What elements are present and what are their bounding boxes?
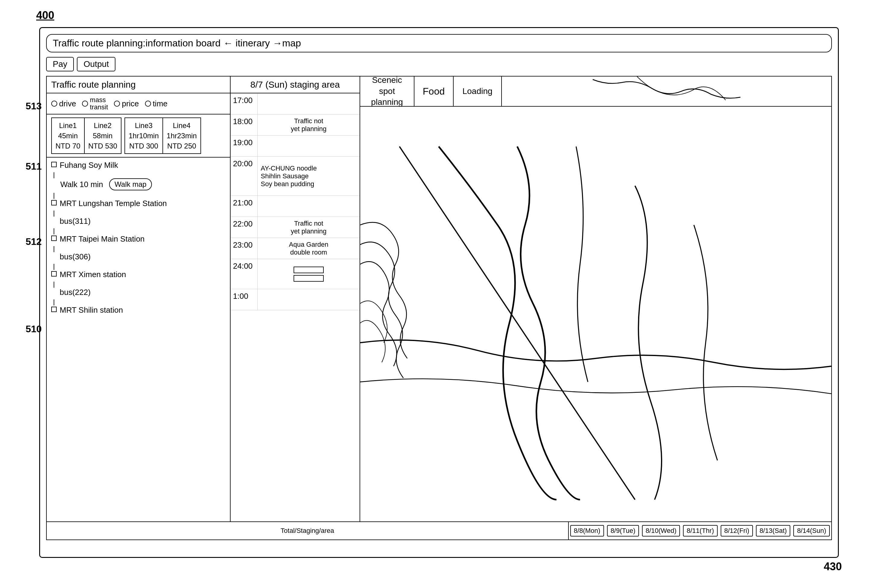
radio-price-label: price <box>122 99 139 108</box>
radio-mass-transit[interactable]: masstransit <box>82 96 108 111</box>
route-checkbox-5[interactable] <box>51 307 57 312</box>
line-group-1: Line1 45min NTD 70 Line2 58min NTD 530 <box>51 117 122 154</box>
output-button[interactable]: Output <box>77 57 116 71</box>
time-slot-2400: 24:00 <box>231 259 359 289</box>
route-checkbox-2[interactable] <box>51 200 57 206</box>
map-area <box>360 106 831 540</box>
line-options: Line1 45min NTD 70 Line2 58min NTD 530 L… <box>47 114 230 158</box>
figure-number-bottom: 430 <box>824 560 842 573</box>
radio-time[interactable]: time <box>145 99 168 108</box>
walk-text: Walk 10 min <box>60 180 103 189</box>
radio-mass-transit-circle <box>82 100 88 106</box>
figure-number-top: 400 <box>36 9 54 22</box>
sidebar-label-510: 510 <box>26 324 42 334</box>
bottom-nav-date-7[interactable]: 8/14(Sun) <box>793 525 830 537</box>
time-content-2100 <box>258 196 359 217</box>
time-content-1900 <box>258 135 359 156</box>
loading-button[interactable]: Loading <box>454 76 502 106</box>
route-item-3: MRT Taipei Main Station <box>51 234 226 244</box>
schedule-header: 8/7 (Sun) staging area <box>231 76 359 93</box>
right-top: Sceneicspotplanning Food Loading <box>360 76 831 106</box>
sidebar-label-512: 512 <box>26 236 42 247</box>
time-label-1700: 17:00 <box>231 93 258 114</box>
radio-drive-label: drive <box>59 99 76 108</box>
left-panel-header: Traffic route planning <box>47 76 230 93</box>
radio-mass-transit-label: masstransit <box>90 96 108 111</box>
radio-time-circle <box>145 100 151 106</box>
time-slot-2100: 21:00 <box>231 196 359 217</box>
line4-box[interactable]: Line4 1hr23min NTD 250 <box>163 118 200 153</box>
sidebar-label-513: 513 <box>26 100 42 112</box>
time-content-2300: Aqua Gardendouble room <box>258 238 359 259</box>
map-area-top <box>502 76 831 106</box>
bottom-nav: Total/Staging/area 8/8(Mon) 8/9(Tue) 8/1… <box>47 521 831 540</box>
walk-item: Walk 10 min Walk map <box>60 178 226 190</box>
left-panel: Traffic route planning drive masstransit… <box>47 76 231 540</box>
time-slot-2000: 20:00 AY-CHUNG noodle Shihlin Sausage So… <box>231 157 359 196</box>
radio-drive-circle <box>51 100 57 106</box>
route-item-text-5: MRT Shilin station <box>60 306 123 315</box>
time-slot-1700: 17:00 <box>231 93 359 114</box>
time-content-2200: Traffic notyet planning <box>258 217 359 238</box>
food-button[interactable]: Food <box>415 76 454 106</box>
time-label-2300: 23:00 <box>231 238 258 259</box>
right-panel: Sceneicspotplanning Food Loading <box>360 76 831 540</box>
bottom-nav-date-4[interactable]: 8/11(Thr) <box>683 525 717 537</box>
time-content-1700 <box>258 93 359 114</box>
bottom-nav-date-6[interactable]: 8/13(Sat) <box>756 525 791 537</box>
time-label-2200: 22:00 <box>231 217 258 238</box>
route-item-5: MRT Shilin station <box>51 306 226 315</box>
route-item-bus-222: bus(222) <box>60 288 226 297</box>
time-slot-2300: 23:00 Aqua Gardendouble room <box>231 238 359 259</box>
time-label-1800: 18:00 <box>231 114 258 135</box>
time-content-2400 <box>258 259 359 289</box>
radio-price-circle <box>114 100 120 106</box>
middle-panel: 8/7 (Sun) staging area 17:00 18:00 Traff… <box>231 76 360 540</box>
walk-map-button[interactable]: Walk map <box>109 178 152 190</box>
sidebar-label-511: 511 <box>26 161 42 172</box>
small-rect-2 <box>293 275 324 282</box>
line3-box[interactable]: Line3 1hr10min NTD 300 <box>125 118 163 153</box>
time-label-0100: 1:00 <box>231 289 258 310</box>
line1-box[interactable]: Line1 45min NTD 70 <box>52 118 85 153</box>
time-label-2000: 20:00 <box>231 157 258 195</box>
time-label-2400: 24:00 <box>231 259 258 289</box>
time-slot-0100: 1:00 <box>231 289 359 310</box>
content-area: 513 511 512 510 Traffic route planning d… <box>46 76 832 540</box>
time-slot-1800: 18:00 Traffic notyet planning <box>231 114 359 135</box>
route-item-text-4: MRT Ximen station <box>60 270 126 279</box>
time-slot-2200: 22:00 Traffic notyet planning <box>231 217 359 238</box>
time-content-1800: Traffic notyet planning <box>258 114 359 135</box>
route-checkbox-1[interactable] <box>51 162 57 167</box>
route-item-bus-306: bus(306) <box>60 252 226 261</box>
radio-time-label: time <box>153 99 168 108</box>
scenic-spot[interactable]: Sceneicspotplanning <box>360 76 415 106</box>
title-bar: Traffic route planning:information board… <box>46 34 832 52</box>
line-group-2: Line3 1hr10min NTD 300 Line4 1hr23min NT… <box>125 117 201 154</box>
route-checkbox-3[interactable] <box>51 236 57 241</box>
route-checkbox-4[interactable] <box>51 271 57 276</box>
time-label-2100: 21:00 <box>231 196 258 217</box>
bottom-nav-total[interactable]: Total/Staging/area <box>47 522 569 540</box>
bottom-nav-date-5[interactable]: 8/12(Fri) <box>721 525 753 537</box>
bus-306-text: bus(306) <box>60 252 91 261</box>
line2-box[interactable]: Line2 58min NTD 530 <box>85 118 121 153</box>
radio-drive[interactable]: drive <box>51 99 76 108</box>
route-item-text-1: Fuhang Soy Milk <box>60 160 118 170</box>
bottom-nav-date-3[interactable]: 8/10(Wed) <box>642 525 680 537</box>
route-list: Fuhang Soy Milk Walk 10 min Walk map MRT… <box>47 158 230 540</box>
transport-options: drive masstransit price time <box>47 93 230 114</box>
main-container: Traffic route planning:information board… <box>39 27 839 558</box>
route-item-text-3: MRT Taipei Main Station <box>60 234 145 244</box>
toolbar: Pay Output <box>46 57 832 71</box>
bottom-nav-date-2[interactable]: 8/9(Tue) <box>607 525 639 537</box>
bottom-nav-date-1[interactable]: 8/8(Mon) <box>570 525 604 537</box>
time-label-1900: 19:00 <box>231 135 258 156</box>
route-item-4: MRT Ximen station <box>51 270 226 279</box>
bus-222-text: bus(222) <box>60 288 91 297</box>
route-item-text-2: MRT Lungshan Temple Station <box>60 199 167 208</box>
time-content-0100 <box>258 289 359 310</box>
route-item-1: Fuhang Soy Milk <box>51 160 226 170</box>
pay-button[interactable]: Pay <box>46 57 74 71</box>
radio-price[interactable]: price <box>114 99 139 108</box>
